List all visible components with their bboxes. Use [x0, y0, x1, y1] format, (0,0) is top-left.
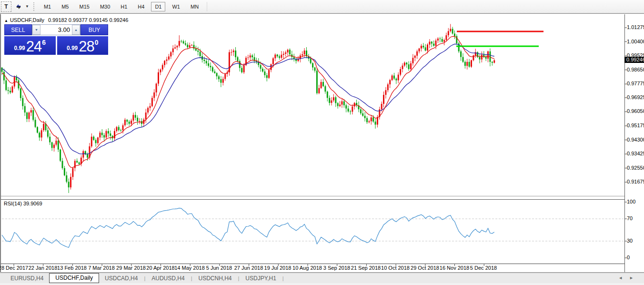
timeframe-buttons: M1M5M15M30H1H4D1W1MN — [39, 2, 204, 11]
toolbar: T ▼ M1M5M15M30H1H4D1W1MN — [0, 0, 644, 13]
tab-separator: | — [238, 275, 240, 281]
timeframe-button-m30[interactable]: M30 — [96, 2, 114, 11]
status-bar-edge — [0, 283, 644, 285]
rsi-axis-label: 70 — [627, 215, 633, 221]
date-axis-label: 3 Sep 2018 — [323, 265, 350, 271]
rsi-axis-label: 0 — [627, 254, 630, 260]
date-axis-label: 10 Oct 2018 — [381, 265, 410, 271]
timeframe-button-h1[interactable]: H1 — [117, 2, 131, 11]
timeframe-button-m5[interactable]: M5 — [58, 2, 72, 11]
volume-input[interactable]: 3.00 — [40, 25, 72, 35]
collapse-triangle-icon[interactable]: ▲ — [4, 19, 8, 23]
timeframe-button-w1[interactable]: W1 — [168, 2, 184, 11]
price-axis-label: 0.92550 — [627, 165, 644, 171]
date-axis-label: 7 Mar 2018 — [88, 265, 115, 271]
tab-scroll-arrows[interactable]: ◄► — [618, 275, 640, 280]
volume-decrease-button[interactable]: ▼ — [32, 25, 40, 35]
date-axis-label: 29 Mar 2018 — [116, 265, 146, 271]
date-axis-label: 16 Nov 2018 — [440, 265, 469, 271]
date-axis-label: 22 Jan 2018 — [29, 265, 58, 271]
current-price-box: 0.99246 — [624, 57, 644, 63]
toolbar-separator — [207, 2, 207, 11]
sell-price-prefix: 0.99 — [14, 45, 25, 51]
date-axis-label: 28 Dec 2017 — [0, 265, 28, 271]
buy-button[interactable]: BUY — [80, 24, 108, 35]
date-axis-label: 19 Jul 2018 — [264, 265, 292, 271]
timeframe-button-h4[interactable]: H4 — [134, 2, 148, 11]
chart-tab-usdjpy[interactable]: USDJPY,H1 — [240, 274, 282, 283]
price-axis-label: 0.97775 — [627, 81, 644, 86]
timeframe-button-d1[interactable]: D1 — [151, 2, 165, 11]
ohlc-values: 0.99182 0.99377 0.99145 0.99246 — [48, 17, 128, 23]
tab-separator: | — [144, 275, 145, 281]
sell-price-main: 24 — [26, 40, 41, 53]
chart-tab-usdchf[interactable]: USDCHF,Daily — [49, 273, 99, 283]
buy-price-pip: 0 — [95, 39, 99, 46]
chart-tab-audusd[interactable]: AUDUSD,H4 — [146, 274, 190, 283]
symbol-timeframe-label: USDCHF,Daily — [10, 17, 44, 23]
tab-separator: | — [282, 275, 284, 281]
chart-title: ▲USDCHF,Daily0.99182 0.99377 0.99145 0.9… — [4, 17, 128, 23]
trading-platform: T ▼ M1M5M15M30H1H4D1W1MN ▲USDCHF,Daily0.… — [0, 0, 644, 285]
sell-button[interactable]: SELL — [4, 24, 32, 35]
sell-price-pip: 6 — [42, 39, 46, 46]
chart-tab-usdcad[interactable]: USDCAD,H4 — [99, 274, 143, 283]
rsi-axis-label: 30 — [627, 238, 633, 244]
price-axis-label: 0.95175 — [627, 122, 644, 128]
buy-price-main: 28 — [79, 40, 94, 53]
price-axis-label: 0.96050 — [627, 108, 644, 114]
price-axis-label: 0.91675 — [627, 179, 644, 184]
one-click-trading-panel: SELL ▼ 3.00 ▲ BUY 0.99 24 6 0.99 28 0 — [4, 24, 108, 55]
sell-price-tile[interactable]: 0.99 24 6 — [4, 36, 56, 55]
date-axis-label: 21 Sep 2018 — [351, 265, 381, 271]
text-label-tool-icon[interactable]: T — [1, 1, 11, 12]
tool-dropdown-caret-icon[interactable]: ▼ — [25, 4, 29, 9]
arrows-tool-icon[interactable] — [13, 1, 24, 12]
date-axis-label: 20 Apr 2018 — [146, 265, 174, 271]
timeframe-button-m1[interactable]: M1 — [40, 2, 55, 11]
rsi-indicator-label: RSI(14) 39.9069 — [4, 201, 42, 206]
price-axis-label: 0.98650 — [627, 67, 644, 72]
volume-increase-button[interactable]: ▲ — [72, 25, 80, 35]
date-axis-label: 29 Oct 2018 — [411, 265, 439, 271]
timeframe-button-mn[interactable]: MN — [187, 2, 202, 11]
date-axis-label: 27 Jun 2018 — [234, 265, 263, 271]
buy-price-tile[interactable]: 0.99 28 0 — [57, 36, 109, 55]
date-axis-label: 5 Jun 2018 — [206, 265, 232, 271]
timeframe-button-m15[interactable]: M15 — [75, 2, 93, 11]
volume-spinner: ▼ 3.00 ▲ — [32, 24, 80, 35]
chart-tab-eurusd[interactable]: EURUSD,H4 — [5, 274, 49, 283]
price-axis-label: 0.94300 — [627, 137, 644, 142]
chart-tab-usdcnh[interactable]: USDCNH,H4 — [192, 274, 237, 283]
date-axis-label: 13 Feb 2018 — [57, 265, 87, 271]
date-axis-label: 14 May 2018 — [174, 265, 205, 271]
price-axis-label: 1.00400 — [627, 39, 644, 44]
tab-separator: | — [191, 275, 192, 281]
price-axis-label: 0.96925 — [627, 94, 644, 100]
chart-tabs-bar: EURUSD,H4USDCHF,DailyUSDCAD,H4|AUDUSD,H4… — [0, 273, 644, 283]
date-axis-label: 10 Aug 2018 — [292, 265, 322, 271]
price-axis-label: 0.93425 — [627, 151, 644, 156]
rsi-axis-label: 100 — [627, 199, 635, 204]
chart-window: ▲USDCHF,Daily0.99182 0.99377 0.99145 0.9… — [0, 13, 644, 272]
price-axis-label: 1.01275 — [627, 24, 644, 30]
buy-price-prefix: 0.99 — [67, 45, 78, 51]
date-axis-label: 5 Dec 2018 — [470, 265, 497, 271]
toolbar-grip — [33, 2, 36, 11]
